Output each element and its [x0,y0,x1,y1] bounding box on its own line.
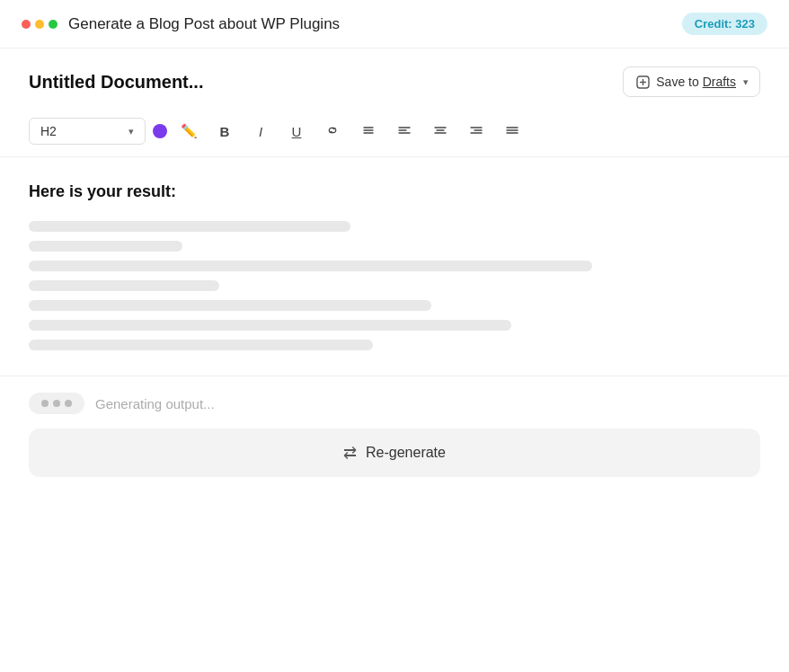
link-button[interactable] [318,117,347,146]
heading-select[interactable]: H2 ▾ [29,118,146,145]
list-icon [361,123,376,140]
align-right-icon [469,123,483,140]
align-center-button[interactable] [426,117,455,146]
save-label: Save to Drafts [656,75,736,89]
italic-icon: I [259,124,262,139]
generating-dots-animation [29,393,84,414]
regenerate-icon: ⇄ [343,443,357,463]
underline-icon: U [292,124,302,139]
top-bar-left: Generate a Blog Post about WP Plugins [22,15,340,33]
doc-header: Untitled Document... Save to Drafts ▾ [0,49,789,110]
heading-value: H2 [40,124,57,138]
minimize-dot [35,20,44,29]
heading-arrow-icon: ▾ [129,126,134,137]
align-left-icon [397,123,412,140]
list-button[interactable] [354,117,383,146]
credit-badge: Credit: 323 [682,13,767,35]
generating-row: Generating output... [29,393,760,414]
skeleton-line [29,320,511,331]
skeleton-line [29,261,592,271]
highlight-icon: ✏️ [181,123,198,139]
skeleton-line [29,280,219,291]
skeleton-content [29,221,760,350]
skeleton-line [29,300,431,311]
gen-dot-2 [53,400,60,407]
formatting-toolbar: H2 ▾ ✏️ B I U [0,110,789,157]
color-picker-button[interactable] [153,124,167,138]
skeleton-line [29,241,182,252]
link-icon [325,123,340,140]
align-left-button[interactable] [390,117,419,146]
bold-icon: B [220,124,230,139]
window-controls [22,20,58,29]
close-dot [22,20,31,29]
regenerate-label: Re-generate [366,445,446,461]
skeleton-line [29,340,373,350]
justify-button[interactable] [498,117,527,146]
align-center-icon [433,123,448,140]
bold-button[interactable]: B [210,117,239,146]
highlight-button[interactable]: ✏️ [174,117,203,146]
regenerate-button[interactable]: ⇄ Re-generate [29,429,760,477]
save-drafts-button[interactable]: Save to Drafts ▾ [623,66,760,97]
chevron-down-icon: ▾ [743,76,749,88]
italic-button[interactable]: I [246,117,275,146]
top-bar: Generate a Blog Post about WP Plugins Cr… [0,0,789,49]
generating-text: Generating output... [95,396,215,411]
result-heading: Here is your result: [29,182,760,201]
underline-button[interactable]: U [282,117,311,146]
bottom-area: Generating output... ⇄ Re-generate [0,376,789,495]
align-right-button[interactable] [462,117,491,146]
maximize-dot [49,20,58,29]
drafts-label: Drafts [703,75,736,89]
justify-icon [505,123,519,140]
doc-title: Untitled Document... [29,72,203,93]
gen-dot-3 [65,400,72,407]
skeleton-line [29,221,350,232]
save-icon [634,74,651,90]
gen-dot-1 [41,400,49,407]
page-title: Generate a Blog Post about WP Plugins [68,15,340,33]
content-area: Here is your result: [0,157,789,376]
